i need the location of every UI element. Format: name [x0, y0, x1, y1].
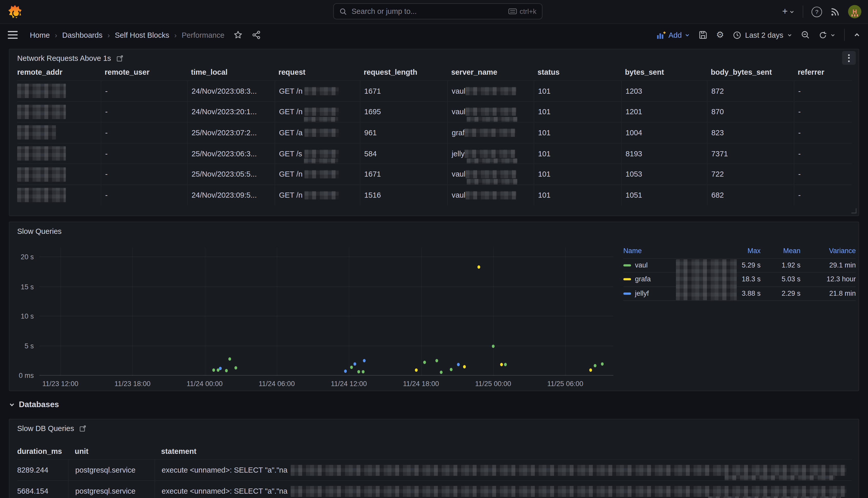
data-point-series-0[interactable]: [357, 370, 360, 374]
column-header-duration_ms[interactable]: duration_ms: [17, 443, 68, 459]
redacted-text: [17, 105, 66, 119]
data-point-series-0[interactable]: [594, 364, 597, 367]
section-row-databases[interactable]: Databases: [9, 400, 59, 409]
help-button[interactable]: ?: [812, 6, 822, 17]
panel-resize-handle[interactable]: [851, 208, 856, 213]
breadcrumb-dashboards[interactable]: Dashboards: [62, 31, 102, 39]
data-point-series-2[interactable]: [363, 359, 366, 363]
cell-statement: execute <unnamed>: SELECT "a"."na: [154, 480, 852, 498]
data-point-series-0[interactable]: [423, 361, 426, 364]
data-point-series-1[interactable]: [463, 365, 466, 368]
external-link-icon[interactable]: [116, 55, 123, 62]
grafana-logo-icon[interactable]: [8, 5, 22, 18]
legend-header-max[interactable]: Max: [721, 247, 761, 255]
external-link-icon[interactable]: [79, 425, 86, 432]
share-icon[interactable]: [252, 30, 261, 40]
data-point-series-2[interactable]: [457, 363, 460, 366]
column-header-referrer[interactable]: referrer: [794, 64, 852, 80]
cell-bytes-sent-value: 1051: [626, 191, 642, 199]
legend-variance-value: 21.8 min: [801, 290, 856, 297]
user-avatar[interactable]: H: [848, 5, 861, 18]
redacted-text: [17, 84, 66, 98]
time-range-picker[interactable]: Last 2 days: [733, 31, 792, 39]
search-input[interactable]: Search or jump to... ctrl+k: [333, 3, 543, 19]
column-header-remote_addr[interactable]: remote_addr: [17, 64, 101, 80]
data-point-series-0[interactable]: [229, 357, 231, 361]
column-header-statement[interactable]: statement: [154, 443, 852, 459]
network-requests-table: remote_addrremote_usertime_localrequestr…: [17, 64, 852, 205]
legend-header-mean[interactable]: Mean: [761, 247, 800, 255]
cell-bytes-sent: 1004: [621, 122, 707, 143]
panel-title: Slow DB Queries: [17, 424, 74, 433]
breadcrumb-separator: ›: [55, 31, 57, 39]
data-point-series-0[interactable]: [440, 371, 443, 374]
new-button[interactable]: +: [782, 8, 795, 16]
breadcrumb-home[interactable]: Home: [30, 31, 50, 39]
panel-header[interactable]: Slow DB Queries: [17, 424, 86, 433]
zoom-out-icon[interactable]: [801, 30, 810, 40]
collapse-up-icon[interactable]: [854, 31, 860, 38]
data-point-series-1[interactable]: [589, 369, 592, 372]
refresh-button[interactable]: [819, 31, 836, 39]
gridline-vertical: [349, 248, 349, 376]
data-point-series-2[interactable]: [219, 367, 222, 370]
news-rss-icon[interactable]: [830, 7, 840, 16]
legend-row: vaul5.29 s1.92 s29.1 min: [623, 259, 856, 273]
panel-header[interactable]: Slow Queries: [17, 227, 62, 235]
redacted-text: [291, 464, 846, 476]
column-header-unit[interactable]: unit: [68, 443, 154, 459]
slow-db-queries-table: duration_msunitstatement8289.244postgres…: [17, 443, 852, 498]
data-point-series-0[interactable]: [212, 369, 215, 372]
column-header-request_length[interactable]: request_length: [360, 64, 447, 80]
column-header-body_bytes_sent[interactable]: body_bytes_sent: [707, 64, 794, 80]
legend-header-name[interactable]: Name: [623, 247, 721, 255]
redacted-text: [17, 146, 66, 161]
legend-series-swatch: [623, 278, 631, 280]
scatter-plot-area[interactable]: [39, 248, 613, 376]
settings-gear-icon[interactable]: ⚙: [716, 30, 724, 40]
cell-request: GET /n: [274, 163, 360, 184]
data-point-series-0[interactable]: [435, 359, 438, 363]
data-point-series-2[interactable]: [353, 363, 356, 366]
cell-bytes-sent: 1201: [621, 101, 707, 122]
cell-body-bytes-sent: 823: [707, 122, 794, 143]
star-icon[interactable]: [234, 30, 243, 40]
breadcrumb-folder[interactable]: Self Host Blocks: [115, 31, 169, 39]
panel-header[interactable]: Network Requests Above 1s: [17, 54, 123, 62]
column-header-bytes_sent[interactable]: bytes_sent: [621, 64, 707, 80]
data-point-series-2[interactable]: [344, 369, 347, 373]
cell-remote-addr: [17, 122, 101, 143]
data-point-series-0[interactable]: [504, 363, 506, 366]
save-icon[interactable]: [699, 30, 707, 40]
data-point-series-0[interactable]: [601, 362, 604, 366]
data-point-series-0[interactable]: [350, 366, 353, 369]
legend-header-variance[interactable]: Variance: [801, 247, 856, 255]
column-header-time_local[interactable]: time_local: [187, 64, 274, 80]
column-header-remote_user[interactable]: remote_user: [101, 64, 187, 80]
cell-remote-user-value: -: [105, 87, 108, 95]
data-point-series-0[interactable]: [450, 368, 452, 371]
data-point-series-1[interactable]: [477, 265, 480, 269]
column-header-request[interactable]: request: [274, 64, 360, 80]
panel-slow-db-queries: Slow DB Queries duration_msunitstatement…: [9, 419, 859, 498]
legend-header-row: NameMaxMeanVariance: [623, 244, 856, 259]
data-point-series-0[interactable]: [362, 370, 365, 373]
cell-server-name: vaul: [447, 185, 534, 205]
request-prefix: GET /s: [279, 149, 302, 158]
data-point-series-0[interactable]: [225, 369, 228, 372]
column-header-status[interactable]: status: [533, 64, 621, 80]
panel-menu-kebab-icon[interactable]: [842, 51, 856, 65]
data-point-series-1[interactable]: [415, 368, 418, 372]
column-header-server_name[interactable]: server_name: [447, 64, 534, 80]
cell-time-local-value: 24/Nov/2023:08:3...: [192, 87, 257, 95]
add-panel-icon: [656, 31, 666, 39]
data-point-series-0[interactable]: [234, 366, 237, 370]
cell-time-local-value: 24/Nov/2023:20:1...: [192, 108, 257, 116]
cell-server-name: graf: [447, 122, 534, 143]
data-point-series-0[interactable]: [492, 344, 494, 348]
menu-hamburger-icon[interactable]: [8, 31, 18, 39]
redacted-text: [708, 496, 841, 498]
gridline-vertical: [205, 248, 205, 376]
add-button[interactable]: Add: [656, 31, 690, 39]
data-point-series-1[interactable]: [500, 363, 503, 366]
